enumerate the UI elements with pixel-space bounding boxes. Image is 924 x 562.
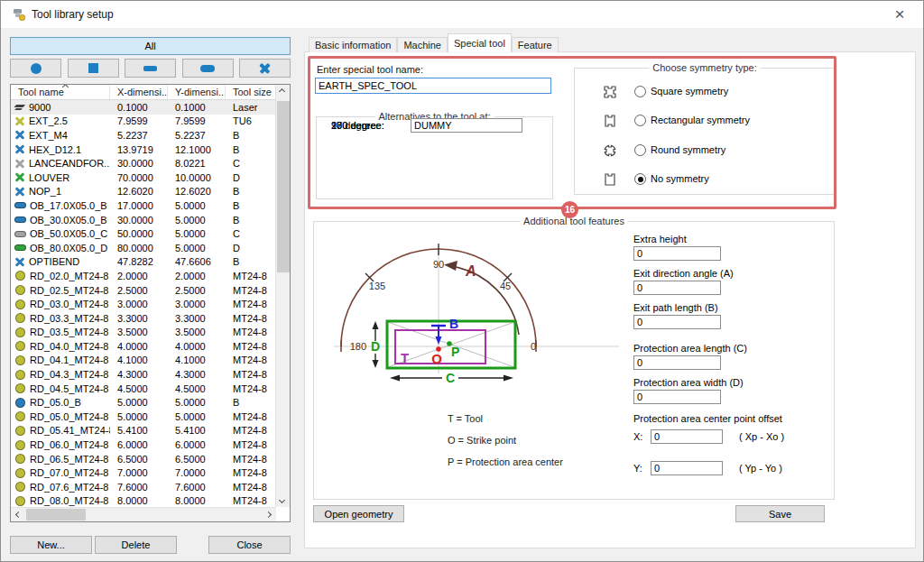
svg-text:T: T — [401, 350, 409, 365]
x-dimension-cell: 2.0000 — [110, 271, 168, 281]
square-symmetry-radio[interactable] — [634, 86, 646, 97]
table-row[interactable]: LANCEANDFOR... 30.0000 8.0221 C — [11, 156, 276, 170]
table-row[interactable]: RD_04.3_MT24-8 4.3000 4.3000 MT24-8 — [11, 367, 276, 382]
rectangle-filter-button[interactable] — [125, 59, 176, 78]
table-row[interactable]: LOUVER 70.0000 10.0000 D — [11, 170, 276, 185]
table-row[interactable]: RD_05.0_MT24-8 5.0000 5.0000 MT24-8 — [11, 410, 276, 424]
open-geometry-button[interactable]: Open geometry — [313, 505, 404, 522]
table-row[interactable]: OB_80.0X05.0_D 80.0000 5.0000 D — [11, 241, 276, 255]
table-row[interactable]: RD_07.0_MT24-8 7.0000 7.0000 MT24-8 — [11, 465, 276, 480]
column-header-tool-size[interactable]: Tool size — [226, 85, 276, 99]
table-row[interactable]: OPTIBEND 47.8282 47.6606 B — [11, 255, 276, 270]
table-row[interactable]: RD_03.5_MT24-8 3.5000 3.5000 MT24-8 — [11, 326, 276, 340]
square-icon — [88, 63, 98, 73]
table-row[interactable]: RD_04.0_MT24-8 4.0000 4.0000 MT24-8 — [11, 339, 276, 354]
table-row[interactable]: RD_06.0_MT24-8 6.0000 6.0000 MT24-8 — [11, 438, 276, 452]
table-row[interactable]: RD_04.5_MT24-8 4.5000 4.5000 MT24-8 — [11, 382, 276, 396]
offset-y-input[interactable] — [651, 461, 723, 475]
obround-filter-button[interactable] — [182, 59, 234, 78]
tab[interactable]: Special tool — [448, 33, 512, 52]
scroll-down-icon[interactable] — [279, 497, 285, 503]
close-window-icon[interactable]: × — [889, 4, 910, 25]
column-header-y-dimension[interactable]: Y-dimensi... — [168, 85, 226, 99]
round-symmetry-radio[interactable] — [634, 144, 646, 156]
square-filter-button[interactable] — [68, 59, 119, 78]
tool-size-cell: MT24-8 — [226, 313, 276, 324]
close-dialog-button[interactable]: Close — [208, 536, 291, 554]
scroll-up-icon[interactable] — [279, 88, 285, 95]
table-row[interactable]: OB_30.0X05.0_B 30.0000 5.0000 B — [11, 213, 276, 227]
tool-shape-icon — [15, 468, 25, 478]
scroll-right-icon[interactable] — [265, 511, 272, 518]
symmetry-option-round[interactable]: Round symmetry — [575, 143, 835, 159]
tool-name-cell: RD_04.3_MT24-8 — [30, 369, 108, 380]
vertical-scrollbar-thumb[interactable] — [277, 101, 290, 272]
table-row[interactable]: EXT_M4 5.2237 5.2237 B — [11, 128, 276, 143]
table-row[interactable]: RD_08.0_MT24-8 8.0000 8.0000 MT24-8 — [11, 494, 276, 508]
tab[interactable]: Machine — [397, 37, 448, 52]
tab[interactable]: Basic information — [309, 37, 397, 52]
special-tool-name-label: Enter special tool name: — [317, 64, 423, 75]
table-row[interactable]: RD_02.5_MT24-8 2.5000 2.5000 MT24-8 — [11, 283, 276, 298]
table-row[interactable]: HEX_D12.1 13.9719 12.1000 B — [11, 143, 276, 157]
x-dimension-cell: 3.5000 — [110, 327, 168, 337]
column-header-x-dimension[interactable]: X-dimensi... — [110, 85, 168, 99]
vertical-scrollbar[interactable] — [275, 85, 290, 507]
table-row[interactable]: RD_03.3_MT24-8 3.3000 3.3000 MT24-8 — [11, 311, 276, 326]
tool-shape-icon — [15, 383, 25, 393]
feature-field-input[interactable] — [633, 390, 721, 404]
app-icon — [12, 7, 26, 22]
save-button[interactable]: Save — [735, 505, 825, 522]
table-row[interactable]: RD_03.0_MT24-8 3.0000 3.0000 MT24-8 — [11, 297, 276, 311]
table-row[interactable]: RD_07.6_MT24-8 7.6000 7.6000 MT24-8 — [11, 480, 276, 494]
x-dimension-cell: 3.0000 — [110, 299, 168, 309]
table-row[interactable]: RD_05.0_B 5.0000 5.0000 B — [11, 395, 276, 410]
feature-field-input[interactable] — [633, 355, 721, 370]
symmetry-option-square[interactable]: Square symmetry — [575, 85, 835, 100]
legend-line: O = Strike point — [448, 429, 563, 451]
new-button[interactable]: New... — [10, 536, 92, 554]
table-row[interactable]: OB_17.0X05.0_B 17.0000 5.0000 B — [11, 198, 276, 213]
tool-name-cell: RD_05.0_MT24-8 — [30, 411, 108, 422]
tool-size-cell: MT24-8 — [226, 355, 276, 365]
circle-filter-button[interactable] — [10, 59, 61, 78]
svg-text:C: C — [446, 371, 455, 384]
table-row[interactable]: 9000 0.1000 0.1000 Laser — [11, 100, 276, 115]
square-symmetry-label: Square symmetry — [651, 86, 728, 97]
delete-button[interactable]: Delete — [95, 536, 177, 554]
horizontal-scrollbar[interactable] — [11, 507, 276, 521]
all-filter-button[interactable]: All — [10, 37, 291, 55]
symmetry-option-none[interactable]: No symmetry — [575, 172, 835, 188]
x-dimension-cell: 3.3000 — [110, 313, 168, 324]
feature-field: Extra height — [633, 234, 827, 261]
table-row[interactable]: EXT_2.5 7.9599 7.9599 TU6 — [11, 115, 276, 129]
svg-text:P: P — [451, 345, 459, 359]
table-row[interactable]: RD_04.1_MT24-8 4.1000 4.1000 MT24-8 — [11, 354, 276, 368]
special-filter-button[interactable] — [239, 59, 291, 78]
rectangular-symmetry-radio[interactable] — [634, 115, 646, 126]
symmetry-option-rectangular[interactable]: Rectangular symmetry — [575, 114, 835, 129]
tool-size-cell: B — [226, 200, 276, 211]
x-dimension-cell: 47.8282 — [110, 256, 168, 267]
alternative-tool-input[interactable] — [411, 118, 522, 133]
column-header-tool-name[interactable]: Tool name — [11, 85, 110, 99]
table-row[interactable]: RD_02.0_MT24-8 2.0000 2.0000 MT24-8 — [11, 269, 276, 283]
tool-name-cell: 9000 — [29, 102, 51, 113]
no-symmetry-radio[interactable] — [634, 173, 646, 185]
offset-x-input[interactable] — [651, 429, 723, 444]
y-dimension-cell: 5.4100 — [168, 425, 226, 436]
table-row[interactable]: OB_50.0X05.0_C 50.0000 5.0000 C — [11, 226, 276, 241]
table-row[interactable]: NOP_1 12.6020 12.6020 B — [11, 185, 276, 199]
y-dimension-cell: 5.0000 — [168, 215, 226, 226]
feature-field-input[interactable] — [633, 246, 721, 261]
horizontal-scrollbar-thumb[interactable] — [26, 509, 86, 521]
special-tool-name-input[interactable] — [315, 78, 551, 94]
scroll-left-icon[interactable] — [15, 511, 22, 518]
feature-field: Protection area length (C) — [633, 343, 827, 370]
table-row[interactable]: RD_06.5_MT24-8 6.5000 6.5000 MT24-8 — [11, 452, 276, 466]
table-row[interactable]: RD_05.41_MT24-8 5.4100 5.4100 MT24-8 — [11, 424, 276, 438]
tab[interactable]: Feature — [512, 37, 559, 52]
feature-field-input[interactable] — [633, 281, 721, 295]
tool-size-cell: B — [226, 186, 276, 197]
feature-field-input[interactable] — [633, 315, 721, 329]
